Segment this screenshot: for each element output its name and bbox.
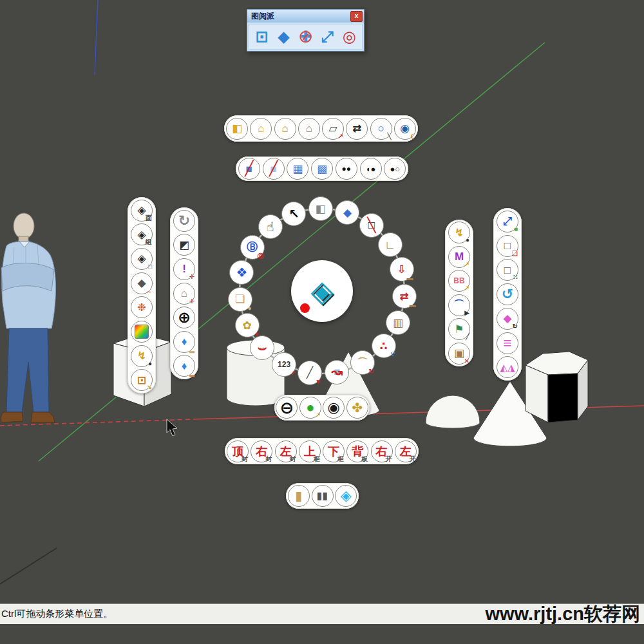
component-diamond-icon[interactable]: ◈□	[131, 248, 153, 270]
swap-squares-icon[interactable]: ◩	[173, 234, 195, 256]
view-top-seal-button-sub: 封	[242, 456, 248, 462]
eye-icon[interactable]: ◉	[323, 397, 345, 419]
suapp-logo-button[interactable]: ◈	[291, 260, 353, 322]
hidden-geometry-light-icon[interactable]: ■╱	[263, 158, 285, 180]
blocks-cluster-icon[interactable]: ❏●	[228, 287, 252, 312]
rainbow-swatch-icon[interactable]	[131, 321, 153, 343]
spread-arrows-icon[interactable]: ⇄▬	[392, 284, 417, 308]
view-top-seal-button[interactable]: 顶封	[227, 440, 249, 462]
axes-house-icon[interactable]: ⌂✛	[173, 283, 195, 305]
view-upper-cabinet-button: 上	[304, 446, 316, 457]
swap-view-arrows-icon: ⇄	[352, 123, 361, 134]
knife-tool-icon[interactable]: ╱▼	[298, 361, 322, 385]
door-panel-icon[interactable]: ▮	[288, 485, 310, 507]
blue-gem-icon[interactable]: ❖	[229, 260, 254, 285]
polyline-icon[interactable]: ∟	[378, 232, 402, 257]
swap-view-arrows-icon[interactable]: ⇄	[346, 118, 368, 140]
boolean-intersect-icon[interactable]: ◖●	[360, 158, 382, 180]
status-hint: Ctrl可拖动条形菜单位置。	[1, 608, 113, 620]
zoom-search-icon: ○	[377, 123, 384, 134]
view-upper-cabinet-button[interactable]: 上柜	[299, 440, 321, 462]
rect-diagonal-icon[interactable]: □╲	[359, 213, 384, 238]
show-green-icon[interactable]: ●↗	[299, 397, 321, 419]
group-diamond-icon[interactable]: ◈组	[131, 223, 153, 245]
stack-align-icon[interactable]: ≡	[497, 332, 518, 354]
bb-components-icon[interactable]: BB↗	[448, 270, 470, 292]
boolean-union-icon[interactable]: ●●	[336, 158, 357, 180]
scale-diamond-icon[interactable]: ◆↔	[131, 272, 153, 294]
section-plane-icon[interactable]: ▱↗	[322, 118, 344, 140]
dotted-box-icon[interactable]: □∷	[497, 259, 518, 281]
diamond-gem-icon: ◆	[278, 29, 289, 44]
tuyuepai-logo-icon[interactable]: ⊡	[251, 26, 272, 47]
drop-to-board-icon[interactable]: ⇩▬	[390, 257, 414, 281]
person-figure[interactable]	[1, 213, 55, 422]
yellow-zigzag-tool-icon[interactable]: ↯●	[131, 345, 153, 367]
face-diamond-icon[interactable]: ◈面	[131, 200, 153, 222]
sync-circle-icon[interactable]: ↻	[173, 210, 195, 232]
blue-cube-icon[interactable]: ◈	[335, 485, 357, 507]
dotted-box-icon-sub: ∷	[513, 274, 518, 281]
gray-house-icon[interactable]: ⌂	[298, 118, 320, 140]
diagonal-measure-icon[interactable]: ⤢■	[497, 211, 518, 232]
close-icon[interactable]: x	[350, 11, 363, 22]
scatter-points-icon[interactable]: ∴∵	[372, 334, 396, 358]
orbit-target-icon[interactable]: ◉❨	[394, 118, 416, 140]
hemisphere-solid[interactable]	[426, 395, 480, 428]
viewport-scene[interactable]	[0, 0, 644, 644]
mirror-flip-icon[interactable]: ◭◮	[497, 356, 518, 378]
water-drop-icon[interactable]: ♦▂	[173, 331, 195, 353]
hide-minus-icon[interactable]: ⊖	[276, 397, 298, 419]
swap-components-icon[interactable]: ⒷⒷ	[240, 235, 265, 260]
hex-prism-solid[interactable]	[526, 352, 588, 422]
paste-in-place-icon[interactable]: ⊡↘	[131, 369, 153, 391]
box-corner-icon[interactable]: □❏	[497, 235, 518, 257]
target-rings-icon[interactable]: ◎	[339, 26, 360, 47]
diagonal-measure-icon-sub: ■	[514, 226, 518, 232]
zoom-search-icon[interactable]: ○╲	[370, 118, 392, 140]
quad-mesh-icon[interactable]: ▦	[287, 158, 308, 180]
target-rings-icon: ◎	[343, 29, 356, 44]
disable-crosshair-icon[interactable]: ✚⊘	[295, 26, 316, 47]
flag-stake-icon-sub: ╱	[466, 334, 469, 340]
fullscreen-arrows-icon[interactable]: ⤢	[317, 26, 338, 47]
yellow-ball-tool-icon[interactable]: ↯●	[448, 222, 470, 243]
view-back-panel-button[interactable]: 背板	[346, 440, 368, 462]
view-left-open-button[interactable]: 左开	[395, 440, 417, 462]
select-cursor-icon[interactable]: ↖	[281, 202, 306, 226]
leaves-icon: ✤	[352, 401, 363, 414]
curved-mesh-icon[interactable]: ▩	[311, 158, 333, 180]
foliage-ball-icon[interactable]: ✿●	[235, 313, 260, 337]
purple-m-tool-icon[interactable]: M↗	[448, 246, 470, 268]
double-panel-icon[interactable]: ▮▮	[312, 485, 334, 507]
pan-hand-icon[interactable]: ☝	[258, 214, 283, 239]
hidden-geometry-icon[interactable]: ■╱	[238, 158, 260, 180]
leaves-icon[interactable]: ✤	[346, 397, 368, 419]
arc-cursor-icon[interactable]: ⌒▶	[448, 294, 470, 316]
materials-book-icon[interactable]: ◧	[226, 118, 248, 140]
follow-path-icon[interactable]: ■↝	[325, 360, 349, 384]
flag-stake-icon[interactable]: ⚑╱	[448, 318, 470, 340]
open-roof-house-icon[interactable]: ⌂	[274, 118, 296, 140]
group-diamond-icon-sub: 组	[146, 239, 152, 245]
view-lower-cabinet-button[interactable]: 下柜	[323, 440, 345, 462]
view-left-seal-button[interactable]: 左封	[275, 440, 297, 462]
diamond-gem-icon[interactable]: ◆	[273, 26, 294, 47]
numbers-123-icon[interactable]: 123↗	[272, 352, 296, 377]
plugin-titlebar[interactable]: 图阅派 x	[247, 10, 364, 23]
spiral-icon[interactable]: ↺	[497, 283, 518, 305]
rotate-shape-icon[interactable]: ◆↻	[497, 308, 518, 330]
black-plus-circle-icon[interactable]: ⊕	[173, 307, 195, 328]
view-right-seal-button[interactable]: 右封	[251, 440, 272, 462]
view-lower-cabinet-button: 下	[328, 446, 339, 457]
package-box-icon[interactable]: ▣✕	[448, 343, 470, 365]
origin-point	[300, 303, 310, 313]
stamp-cube-icon[interactable]: ◧	[308, 196, 333, 221]
boolean-subtract-icon[interactable]: ●○	[384, 158, 406, 180]
color-shells-icon[interactable]: ❉	[131, 296, 153, 318]
water-drop-red-icon[interactable]: ♦▂	[173, 355, 195, 377]
view-right-open-button[interactable]: 右开	[371, 440, 393, 462]
home-icon[interactable]: ⌂	[250, 118, 272, 140]
fix-axes-warning-icon[interactable]: !✛	[173, 258, 195, 280]
rotate-shape-icon: ◆	[503, 313, 511, 324]
